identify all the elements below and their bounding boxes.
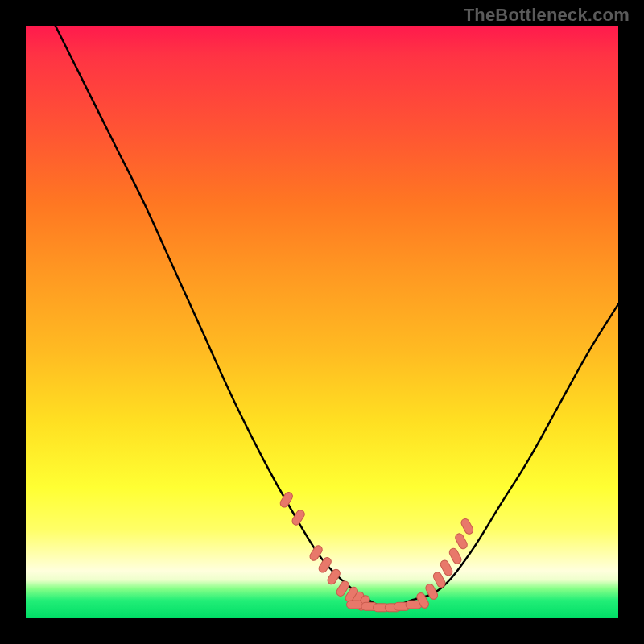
chart-marker xyxy=(460,518,474,535)
bottleneck-curve xyxy=(56,26,618,607)
chart-marker xyxy=(439,559,453,576)
chart-marker xyxy=(454,532,469,550)
chart-marker xyxy=(347,601,363,609)
chart-marker xyxy=(448,547,462,565)
markers-bottom-cluster xyxy=(347,601,423,612)
markers-left-cluster xyxy=(279,491,371,612)
chart-svg xyxy=(26,26,618,618)
watermark-text: TheBottleneck.com xyxy=(464,5,630,26)
chart-frame: TheBottleneck.com xyxy=(0,0,644,644)
chart-marker xyxy=(432,571,447,588)
markers-right-cluster xyxy=(415,518,474,609)
chart-marker xyxy=(317,556,332,574)
